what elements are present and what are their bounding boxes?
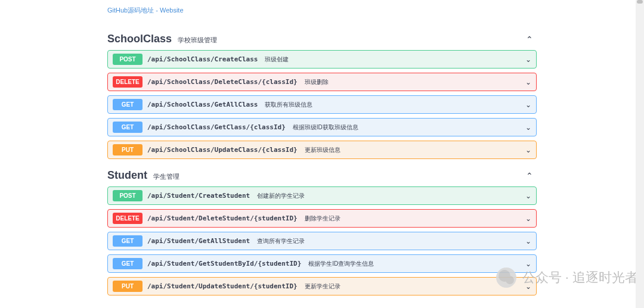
op-row[interactable]: PUT/api/Student/UpdateStudent/{studentID… [107,277,537,295]
op-row[interactable]: POST/api/SchoolClass/CreateClass班级创建⌄ [107,50,537,69]
chevron-up-icon[interactable]: ⌃ [526,171,537,181]
op-path: /api/SchoolClass/CreateClass [147,55,258,63]
op-desc: 根据学生ID查询学生信息 [308,260,374,268]
section-ops-list: POST/api/SchoolClass/CreateClass班级创建⌄DEL… [107,50,537,159]
op-path: /api/SchoolClass/UpdateClass/{classId} [147,146,298,154]
op-desc: 班级删除 [305,78,329,86]
github-source-link[interactable]: GitHub源码地址 - Website [107,5,537,27]
op-row[interactable]: DELETE/api/Student/DeleteStudent/{studen… [107,209,537,228]
section-ops-list: POST/api/Student/CreateStudent创建新的学生记录⌄D… [107,186,537,295]
method-badge: GET [113,235,143,247]
op-row[interactable]: PUT/api/SchoolClass/UpdateClass/{classId… [107,141,537,159]
op-desc: 更新班级信息 [305,146,340,154]
op-row[interactable]: POST/api/Student/CreateStudent创建新的学生记录⌄ [107,186,537,205]
op-path: /api/Student/DeleteStudent/{studentID} [147,214,298,222]
method-badge: POST [113,54,143,65]
chevron-down-icon[interactable]: ⌄ [525,192,531,200]
op-path: /api/SchoolClass/GetAllClass [147,101,258,108]
op-desc: 班级创建 [265,55,289,64]
method-badge: GET [113,258,143,269]
section-schoolclass: SchoolClass 学校班级管理 ⌃ POST/api/SchoolClas… [107,27,537,159]
method-badge: DELETE [113,76,143,88]
method-badge: DELETE [113,213,143,224]
chevron-down-icon[interactable]: ⌄ [525,101,531,109]
section-title: Student [107,169,147,182]
method-badge: POST [113,190,143,201]
section-title: SchoolClass [107,33,172,45]
section-desc: 学校班级管理 [178,36,217,45]
op-desc: 查询所有学生记录 [257,237,305,245]
chevron-down-icon[interactable]: ⌄ [525,282,531,291]
op-desc: 更新学生记录 [305,282,340,291]
op-path: /api/Student/UpdateStudent/{studentID} [147,282,298,290]
op-desc: 根据班级ID获取班级信息 [293,123,358,132]
op-path: /api/Student/GetAllStudent [147,237,250,245]
watermark-text: 公众号 · 追逐时光者 [522,269,638,287]
swagger-container: GitHub源码地址 - Website SchoolClass 学校班级管理 … [107,0,537,308]
method-badge: PUT [113,144,143,155]
op-desc: 创建新的学生记录 [257,192,305,200]
scrollbar-thumb[interactable] [637,0,643,4]
section-desc: 学生管理 [153,172,179,181]
chevron-down-icon[interactable]: ⌄ [525,55,531,64]
op-row[interactable]: GET/api/Student/GetStudentById/{studentI… [107,254,537,273]
op-row[interactable]: GET/api/SchoolClass/GetClass/{classId}根据… [107,118,537,136]
op-desc: 删除学生记录 [305,214,340,223]
op-path: /api/Student/CreateStudent [147,192,250,200]
method-badge: GET [113,99,143,110]
op-path: /api/SchoolClass/DeleteClass/{classId} [147,78,298,86]
op-row[interactable]: GET/api/SchoolClass/GetAllClass获取所有班级信息⌄ [107,95,537,114]
op-desc: 获取所有班级信息 [265,101,312,109]
op-path: /api/SchoolClass/GetClass/{classId} [147,123,286,131]
chevron-down-icon[interactable]: ⌄ [525,78,531,86]
section-student: Student 学生管理 ⌃ POST/api/Student/CreateSt… [107,163,537,295]
chevron-up-icon[interactable]: ⌃ [526,35,537,44]
chevron-down-icon[interactable]: ⌄ [525,237,531,245]
op-row[interactable]: GET/api/Student/GetAllStudent查询所有学生记录⌄ [107,232,537,250]
op-row[interactable]: DELETE/api/SchoolClass/DeleteClass/{clas… [107,73,537,91]
op-path: /api/Student/GetStudentById/{studentID} [147,260,301,267]
chevron-down-icon[interactable]: ⌄ [525,146,531,154]
chevron-down-icon[interactable]: ⌄ [525,123,531,132]
chevron-down-icon[interactable]: ⌄ [525,214,531,223]
section-header-schoolclass[interactable]: SchoolClass 学校班级管理 ⌃ [107,27,537,50]
section-header-student[interactable]: Student 学生管理 ⌃ [107,163,537,186]
chevron-down-icon[interactable]: ⌄ [525,260,531,268]
method-badge: PUT [113,281,143,292]
vertical-scrollbar[interactable] [636,0,644,308]
method-badge: GET [113,122,143,133]
